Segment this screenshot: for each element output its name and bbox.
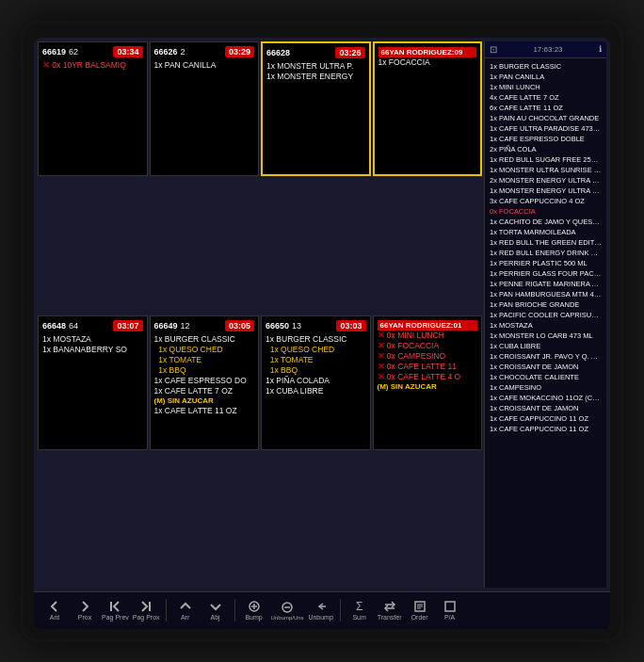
card-body-3: 1x MONSTER ULTRA P. 1x MONSTER ENERGY (266, 61, 365, 171)
right-panel-item: 1x CAMPESINO (490, 382, 602, 393)
right-panel-item: 1x CAFE CAPPUCCINO 11 OZ (490, 413, 602, 424)
info-icon: ℹ (599, 44, 602, 54)
btn-pa-label: P/A (444, 614, 455, 621)
right-panel-item: 1x CAFE CAPPUCCINO 11 OZ (490, 424, 602, 434)
item-line: ✕ 0x FOCACCIA (378, 341, 478, 350)
item-line: 1x BANANABERRY SO (42, 345, 143, 354)
btn-bump[interactable]: Bump (241, 600, 267, 621)
btn-bump-label: Bump (245, 614, 262, 621)
btn-order[interactable]: Order (407, 600, 433, 621)
right-panel-item: 1x RED BULL THE GREEN EDITION 250ML (490, 237, 602, 248)
panel-time: 17:63:23 (533, 45, 562, 54)
right-panel-item: 1x MONSTER LO CARB 473 ML (490, 331, 602, 341)
btn-pa[interactable]: P/A (437, 600, 463, 621)
order-card-1[interactable]: 66619 62 03:34 ✕ 0x 10YR BALSAMIQ (38, 41, 148, 177)
btn-unbump-label: Unbump (308, 614, 332, 621)
btn-abj[interactable]: Abj (202, 600, 229, 621)
right-panel-item: 1x PAIN AU CHOCOLAT GRANDE (490, 113, 602, 123)
top-row: 66619 62 03:34 ✕ 0x 10YR BALSAMIQ (38, 41, 482, 314)
btn-sum[interactable]: Σ Sum (346, 600, 373, 621)
item-line: 1x PAN CANILLA (154, 60, 255, 70)
right-panel-list: 1x BURGER CLASSIC1x PAN CANILLA1x MINI L… (485, 58, 606, 588)
item-line: 1x CAFE LATTE 11 OZ (154, 406, 255, 415)
right-panel-item: 1x PENNE RIGATE MARINERA ALLA CREMA (490, 279, 602, 289)
btn-prox-label: Prox (78, 614, 91, 621)
right-panel-item: 1x CACHITO DE JAMO Y QUESO CREMA (NEW) (490, 217, 602, 227)
timer-6: 03:05 (225, 320, 254, 331)
card-header-3: 66628 03:26 (266, 47, 365, 58)
order-card-6[interactable]: 66649 12 03:05 1x BURGER CLASSIC 1x QUES… (150, 315, 260, 451)
btn-transfer[interactable]: Transfer (377, 600, 403, 621)
item-line: 1x CUBA LIBRE (266, 386, 366, 396)
right-panel-header: ⊡ 17:63:23 ℹ (485, 41, 606, 58)
right-panel-item: 1x CUBA LIBRE (490, 341, 602, 351)
order-card-3[interactable]: 66628 03:26 1x MONSTER ULTRA P. 1x MONST… (261, 41, 371, 177)
right-panel-item: 1x TORTA MARMOILEADA (490, 227, 602, 237)
timer-5: 03:07 (113, 320, 142, 331)
order-card-7[interactable]: 66650 13 03:03 1x BURGER CLASSIC 1x QUES… (261, 315, 371, 451)
order-card-4[interactable]: 66YAN RODRIGUEZ:09 1x FOCACCIA (373, 41, 483, 177)
item-line: 1x BURGER CLASSIC (154, 334, 255, 344)
right-panel-item: 1x MONSTER ULTRA SUNRISE 473 ML (490, 165, 602, 175)
right-panel-item: 1x MOSTAZA (490, 320, 602, 331)
right-panel-item: 1x MINI LUNCH (490, 82, 602, 92)
svg-rect-12 (445, 602, 455, 611)
right-panel-item: 2x PIÑA COLA (490, 144, 602, 154)
item-line: 1x QUESO CHED (154, 345, 255, 354)
yan-header-4: 66YAN RODRIGUEZ:09 (378, 47, 477, 57)
order-count-6: 12 (181, 321, 190, 331)
order-count-5: 64 (69, 321, 78, 331)
timer-7: 03:03 (336, 320, 365, 331)
item-line: ✕ 0x MINI LUNCH (378, 331, 478, 340)
card-header-1: 66619 62 03:34 (42, 46, 143, 57)
item-line: 1x TOMATE (154, 355, 255, 364)
right-panel-item: 0x FOCACCIA (490, 206, 602, 217)
btn-arr-label: Arr (181, 614, 189, 621)
btn-pag-prox[interactable]: Pag Prox (133, 600, 160, 621)
item-line: ✕ 0x 10YR BALSAMIQ (42, 60, 143, 70)
order-card-2[interactable]: 66626 2 03:29 1x PAN CANILLA (150, 41, 260, 177)
right-panel-item: 1x MONSTER ENERGY ULTRA FIESTA 473ML (490, 186, 602, 196)
order-card-8[interactable]: 66YAN RODRIGUEZ:01 ✕ 0x MINI LUNCH ✕ 0x … (373, 315, 483, 451)
btn-unbump-uns[interactable]: Unbump/Uns (271, 601, 304, 621)
tablet: 66619 62 03:34 ✕ 0x 10YR BALSAMIQ (21, 21, 623, 642)
timer-3: 03:26 (335, 47, 364, 58)
btn-pag-prev-label: Pag Prev (102, 614, 129, 621)
item-line: ✕ 0x CAMPESINO (378, 351, 478, 361)
btn-arr[interactable]: Arr (172, 600, 199, 621)
card-header-7: 66650 13 03:03 (266, 320, 366, 331)
right-panel-item: 1x CAFE ULTRA PARADISE 473 ML (490, 123, 602, 134)
item-line: 1x CAFE ESPRESSO DO (154, 376, 255, 385)
monitor-icon: ⊡ (490, 44, 497, 55)
timer-2: 03:29 (225, 46, 254, 57)
yan-header-8: 66YAN RODRIGUEZ:01 (378, 320, 478, 331)
right-panel-item: 1x RED BULL SUGAR FREE 250ML (490, 154, 602, 165)
right-panel-item: 1x CROISSANT DE JAMON (490, 403, 602, 413)
btn-unbump[interactable]: Unbump (308, 600, 334, 621)
item-line: 1x QUESO CHED (266, 345, 366, 354)
order-count-2: 2 (181, 47, 185, 57)
right-panel-item: 1x PAN CANILLA (490, 72, 602, 82)
note-line: (M) SIN AZUCAR (378, 382, 478, 391)
btn-abj-label: Abj (211, 614, 220, 621)
item-line: 1x BBQ (266, 365, 366, 375)
right-panel-item: 1x BURGER CLASSIC (490, 61, 602, 72)
right-panel: ⊡ 17:63:23 ℹ 1x BURGER CLASSIC1x PAN CAN… (484, 41, 606, 588)
btn-prox[interactable]: Prox (72, 600, 98, 621)
btn-ant[interactable]: Ant (41, 600, 68, 621)
toolbar-sep-2 (234, 599, 235, 622)
card-body-7: 1x BURGER CLASSIC 1x QUESO CHED 1x TOMAT… (266, 334, 366, 446)
order-card-5[interactable]: 66648 64 03:07 1x MOSTAZA 1x BANANABERRY… (38, 315, 148, 451)
order-count-1: 62 (69, 47, 78, 57)
order-num-5: 66648 (42, 321, 66, 331)
right-panel-item: 1x PAN HAMBURGUESA MTM 4 UND (490, 289, 602, 299)
bottom-row: 66648 64 03:07 1x MOSTAZA 1x BANANABERRY… (38, 315, 482, 588)
btn-pag-prev[interactable]: Pag Prev (102, 600, 129, 621)
item-line: 1x BURGER CLASSIC (266, 334, 366, 344)
screen: 66619 62 03:34 ✕ 0x 10YR BALSAMIQ (34, 38, 610, 629)
card-body-4: 1x FOCACCIA (378, 57, 477, 171)
item-line: 1x TOMATE (266, 355, 366, 364)
item-line: 1x CAFE LATTE 7 OZ (154, 386, 255, 396)
card-body-6: 1x BURGER CLASSIC 1x QUESO CHED 1x TOMAT… (154, 334, 255, 446)
right-panel-item: 1x CROISSANT JR. PAVO Y Q. AMARILLO (NEW… (490, 351, 602, 362)
